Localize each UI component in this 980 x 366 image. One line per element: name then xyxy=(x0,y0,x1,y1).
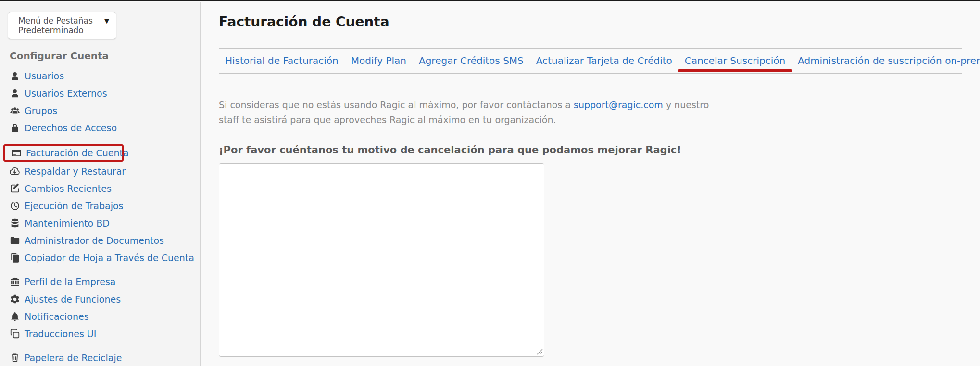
tab-agregar-creditos-sms[interactable]: Agregar Créditos SMS xyxy=(413,49,530,73)
sidebar: Menú de Pestañas Predeterminado ▼ Config… xyxy=(0,2,201,366)
tab-menu-dropdown-line1: Menú de Pestañas xyxy=(18,16,100,25)
folder-icon xyxy=(10,235,20,246)
sidebar-item-label: Facturación de Cuenta xyxy=(26,148,129,158)
main-content: Facturación de Cuenta Historial de Factu… xyxy=(201,2,980,366)
sidebar-item-label: Cambios Recientes xyxy=(25,183,112,194)
clone-icon xyxy=(10,328,20,339)
trash-icon xyxy=(10,353,20,363)
sidebar-item-label: Copiador de Hoja a Través de Cuenta xyxy=(25,252,194,263)
tab-modify-plan[interactable]: Modify Plan xyxy=(345,49,413,73)
sidebar-item-mantenimiento-bd[interactable]: Mantenimiento BD xyxy=(0,215,200,232)
sidebar-item-usuarios[interactable]: Usuarios xyxy=(0,67,200,85)
sidebar-item-label: Notificaciones xyxy=(25,311,89,322)
bell-icon xyxy=(10,311,20,322)
sidebar-group: Papelera de ReciclajeCuenta Inicio xyxy=(0,346,200,366)
sidebar-item-facturacion-de-cuenta[interactable]: Facturación de Cuenta xyxy=(3,144,124,162)
sidebar-item-label: Papelera de Reciclaje xyxy=(25,353,122,363)
gear-icon xyxy=(10,294,20,304)
sidebar-item-label: Respaldar y Restaurar xyxy=(25,166,126,177)
intro-text-line2: staff te asistirá para que aproveches Ra… xyxy=(219,114,556,125)
sidebar-item-copiador-de-hoja-a-traves-de-cuenta[interactable]: Copiador de Hoja a Través de Cuenta xyxy=(0,249,200,266)
sidebar-menu: UsuariosUsuarios ExternosGruposDerechos … xyxy=(0,67,200,366)
copy-icon xyxy=(10,252,20,263)
tab-menu-dropdown-line2: Predeterminado xyxy=(18,25,100,35)
credit-card-icon xyxy=(11,148,22,158)
sidebar-group: Perfil de la EmpresaAjustes de Funciones… xyxy=(0,270,200,342)
intro-paragraph: Si consideras que no estás usando Ragic … xyxy=(219,98,962,127)
sidebar-item-label: Traducciones UI xyxy=(25,328,96,339)
page-title: Facturación de Cuenta xyxy=(219,13,962,31)
sidebar-item-ejecucion-de-trabajos[interactable]: Ejecución de Trabajos xyxy=(0,197,200,215)
bank-icon xyxy=(10,277,20,287)
sidebar-item-respaldar-y-restaurar[interactable]: Respaldar y Restaurar xyxy=(0,163,200,180)
user-icon xyxy=(10,88,20,99)
caret-down-icon: ▼ xyxy=(104,16,109,26)
sidebar-item-label: Administrador de Documentos xyxy=(25,235,164,246)
sidebar-item-papelera-de-reciclaje[interactable]: Papelera de Reciclaje xyxy=(0,349,200,366)
tab-bar: Historial de FacturaciónModify PlanAgreg… xyxy=(219,48,962,74)
sidebar-item-perfil-de-la-empresa[interactable]: Perfil de la Empresa xyxy=(0,273,200,290)
sidebar-heading: Configurar Cuenta xyxy=(10,50,200,62)
sidebar-item-usuarios-externos[interactable]: Usuarios Externos xyxy=(0,85,200,102)
sidebar-item-label: Usuarios Externos xyxy=(25,88,107,99)
sidebar-item-label: Ejecución de Trabajos xyxy=(25,201,123,211)
sidebar-item-label: Ajustes de Funciones xyxy=(25,294,121,304)
sidebar-item-traducciones-ui[interactable]: Traducciones UI xyxy=(0,325,200,342)
sidebar-item-label: Usuarios xyxy=(25,71,64,81)
intro-text-before-link: Si consideras que no estás usando Ragic … xyxy=(219,100,574,110)
cloud-download-icon xyxy=(10,166,20,177)
tab-menu-dropdown[interactable]: Menú de Pestañas Predeterminado ▼ xyxy=(8,12,116,39)
edit-icon xyxy=(10,183,20,194)
sidebar-item-label: Derechos de Acceso xyxy=(25,123,117,133)
sidebar-item-administrador-de-documentos[interactable]: Administrador de Documentos xyxy=(0,232,200,249)
tab-administracion-de-suscripcion-on-premise[interactable]: Administración de suscripción on-premise xyxy=(792,49,980,73)
sidebar-group: UsuariosUsuarios ExternosGruposDerechos … xyxy=(0,67,200,137)
sidebar-item-label: Mantenimiento BD xyxy=(25,218,110,228)
cancellation-reason-prompt: ¡Por favor cuéntanos tu motivo de cancel… xyxy=(219,144,962,156)
support-email-link[interactable]: support@ragic.com xyxy=(574,100,663,110)
tab-cancelar-suscripcion[interactable]: Cancelar Suscripción xyxy=(678,49,792,73)
sidebar-item-label: Grupos xyxy=(25,105,57,116)
ragic-account-settings-page: Menú de Pestañas Predeterminado ▼ Config… xyxy=(0,0,980,366)
cancellation-reason-field-wrap xyxy=(219,163,544,357)
intro-text-after-link: y nuestro xyxy=(663,100,709,110)
tab-actualizar-tarjeta-de-credito[interactable]: Actualizar Tarjeta de Crédito xyxy=(530,49,678,73)
sidebar-item-grupos[interactable]: Grupos xyxy=(0,102,200,119)
users-icon xyxy=(10,105,20,116)
tab-historial-de-facturacion[interactable]: Historial de Facturación xyxy=(219,49,345,73)
clock-icon xyxy=(10,201,20,211)
sidebar-item-cambios-recientes[interactable]: Cambios Recientes xyxy=(0,180,200,197)
lock-icon xyxy=(10,123,20,133)
sidebar-item-ajustes-de-funciones[interactable]: Ajustes de Funciones xyxy=(0,290,200,308)
sidebar-item-derechos-de-acceso[interactable]: Derechos de Acceso xyxy=(0,119,200,137)
cancellation-reason-textarea[interactable] xyxy=(219,163,544,357)
database-icon xyxy=(10,218,20,228)
sidebar-item-notificaciones[interactable]: Notificaciones xyxy=(0,308,200,325)
sidebar-item-label: Perfil de la Empresa xyxy=(25,277,116,287)
sidebar-group: Facturación de CuentaRespaldar y Restaur… xyxy=(0,140,200,266)
user-icon xyxy=(10,71,20,81)
